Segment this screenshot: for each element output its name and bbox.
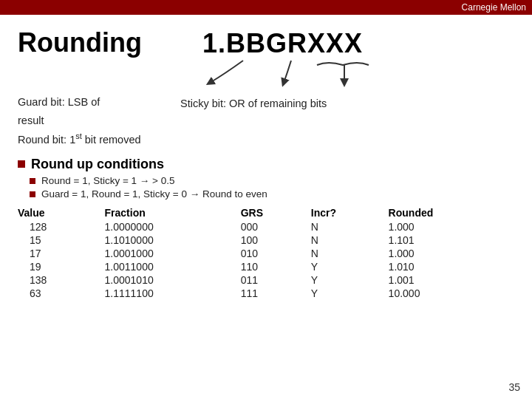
cell-3-1: 1.0011000	[105, 260, 241, 273]
cell-3-3: Y	[311, 260, 389, 273]
table-row: 1381.0001010011Y1.001	[18, 273, 514, 287]
cell-5-1: 1.1111100	[105, 287, 241, 300]
cell-0-1: 1.0000000	[105, 220, 241, 233]
cell-0-2: 000	[241, 220, 311, 233]
cell-1-3: N	[311, 233, 389, 247]
cell-2-1: 1.0001000	[105, 247, 241, 260]
table-body: 1281.0000000000N1.000151.1010000100N1.10…	[18, 220, 514, 300]
page-number: 35	[508, 381, 520, 393]
guard-line2: result	[18, 112, 158, 130]
bbg-suffix: RXXX	[287, 28, 363, 58]
data-table: Value Fraction GRS Incr? Rounded 1281.00…	[18, 205, 514, 300]
condition-text-1: Round = 1, Sticky = 1 → > 0.5	[41, 175, 174, 186]
cell-0-4: 1.000	[389, 220, 514, 233]
sticky-label: Sticky bit: OR of remaining bits	[158, 93, 327, 109]
table-row: 191.0011000110Y1.010	[18, 260, 514, 273]
condition-item-2: Guard = 1, Round = 1, Sticky = 0 → Round…	[30, 188, 514, 200]
cell-5-4: 10.000	[389, 287, 514, 300]
cell-2-4: 1.000	[389, 247, 514, 260]
guard-round-labels: Guard bit: LSB of result Round bit: 1st …	[18, 93, 158, 149]
diagram-labels: Guard bit: LSB of result Round bit: 1st …	[18, 93, 514, 149]
cell-2-2: 010	[241, 247, 311, 260]
bbg-arrows-svg	[202, 59, 395, 87]
cell-4-4: 1.001	[389, 273, 514, 287]
col-header-incr: Incr?	[311, 205, 389, 220]
bbg-prefix: 1.BBG	[202, 28, 287, 58]
condition-bullet-1	[30, 178, 35, 184]
title-section: Rounding 1.BBGRXXX	[18, 28, 514, 87]
cell-4-1: 1.0001010	[105, 273, 241, 287]
cell-1-0: 15	[18, 233, 105, 247]
table-row: 171.0001000010N1.000	[18, 247, 514, 260]
table-row: 631.1111100111Y10.000	[18, 287, 514, 300]
guard-line1: Guard bit: LSB of	[18, 93, 158, 112]
brand-label: Carnegie Mellon	[462, 2, 526, 13]
condition-item-1: Round = 1, Sticky = 1 → > 0.5	[30, 175, 514, 186]
table-row: 151.1010000100N1.101	[18, 233, 514, 247]
header-bar: Carnegie Mellon	[0, 0, 532, 15]
round-up-title: Round up conditions	[31, 157, 164, 172]
cell-0-3: N	[311, 220, 389, 233]
col-header-grs: GRS	[241, 205, 311, 220]
col-header-rounded: Rounded	[389, 205, 514, 220]
cell-2-3: N	[311, 247, 389, 260]
cell-5-2: 111	[241, 287, 311, 300]
cell-1-1: 1.1010000	[105, 233, 241, 247]
cell-1-2: 100	[241, 233, 311, 247]
cell-2-0: 17	[18, 247, 105, 260]
cell-4-0: 138	[18, 273, 105, 287]
cell-4-3: Y	[311, 273, 389, 287]
round-up-section: Round up conditions Round = 1, Sticky = …	[18, 157, 514, 300]
table-row: 1281.0000000000N1.000	[18, 220, 514, 233]
bullet-icon	[18, 160, 25, 168]
round-line: Round bit: 1st bit removed	[18, 129, 158, 149]
condition-text-2: Guard = 1, Round = 1, Sticky = 0 → Round…	[41, 188, 267, 200]
cell-3-0: 19	[18, 260, 105, 273]
cell-1-4: 1.101	[389, 233, 514, 247]
cell-0-0: 128	[18, 220, 105, 233]
cell-5-0: 63	[18, 287, 105, 300]
page-title: Rounding	[18, 28, 173, 58]
col-header-value: Value	[18, 205, 105, 220]
table-header-row: Value Fraction GRS Incr? Rounded	[18, 205, 514, 220]
conditions-list: Round = 1, Sticky = 1 → > 0.5 Guard = 1,…	[30, 175, 514, 200]
col-header-fraction: Fraction	[105, 205, 241, 220]
cell-4-2: 011	[241, 273, 311, 287]
condition-bullet-2	[30, 191, 35, 197]
round-up-header: Round up conditions	[18, 157, 514, 172]
cell-3-4: 1.010	[389, 260, 514, 273]
bbg-diagram: 1.BBGRXXX	[202, 28, 395, 87]
cell-5-3: Y	[311, 287, 389, 300]
cell-3-2: 110	[241, 260, 311, 273]
